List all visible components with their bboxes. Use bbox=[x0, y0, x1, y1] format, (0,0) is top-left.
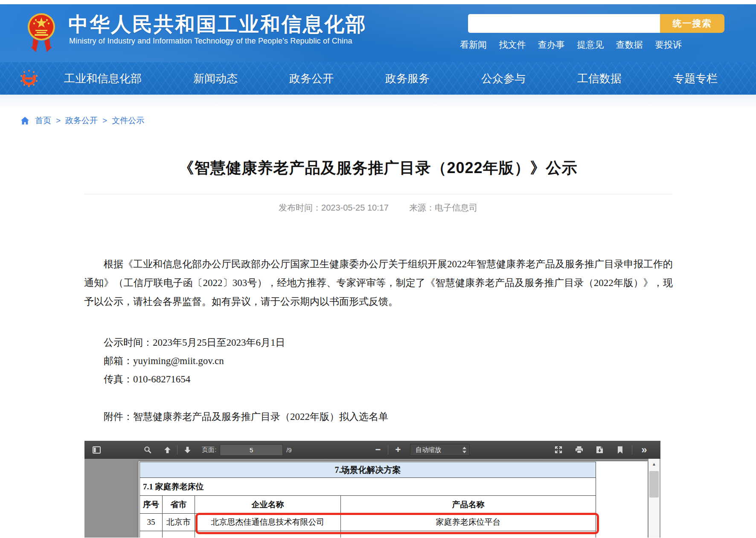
pdf-toolbar: 页面: /9 − + 自动缩放 bbox=[84, 441, 660, 459]
double-chevron-icon: » bbox=[641, 445, 647, 454]
scrollbar-thumb[interactable] bbox=[649, 471, 659, 498]
page: 中华人民共和国工业和信息化部 Ministry of Industry and … bbox=[0, 0, 756, 538]
print-button[interactable] bbox=[572, 443, 586, 456]
column-header: 序号 bbox=[140, 496, 163, 513]
search-input[interactable] bbox=[468, 14, 660, 33]
publish-time-label: 发布时间： bbox=[279, 203, 321, 212]
publish-info: 发布时间：2023-05-25 10:17来源：电子信息司 bbox=[0, 202, 756, 214]
content-top-fade bbox=[0, 95, 756, 109]
zoom-in-button[interactable]: + bbox=[391, 443, 405, 456]
notice-period-line: 公示时间：2023年5月25日至2023年6月1日 bbox=[84, 336, 285, 349]
search-icon bbox=[144, 446, 151, 454]
select-spinner-icon bbox=[462, 447, 466, 453]
bookmark-icon bbox=[617, 446, 623, 454]
pdf-scrollbar[interactable]: ▲ bbox=[648, 459, 660, 538]
nav-item-miit-data[interactable]: 工信数据 bbox=[577, 71, 622, 86]
download-button[interactable] bbox=[593, 443, 606, 456]
national-emblem-icon bbox=[26, 8, 56, 53]
cell-company: 北京思杰佳通信息技术有限公司 bbox=[195, 514, 341, 531]
breadcrumb-current: 文件公示 bbox=[112, 115, 144, 126]
publish-time: 2023-05-25 10:17 bbox=[321, 203, 389, 212]
more-tools-button[interactable]: » bbox=[637, 443, 651, 456]
plus-icon: + bbox=[395, 445, 401, 454]
sidebar-toggle-icon bbox=[93, 446, 101, 454]
column-header: 省市 bbox=[163, 496, 195, 513]
pdf-viewer: 页面: /9 − + 自动缩放 bbox=[84, 441, 660, 538]
page-content: 首页 > 政务公开 > 文件公示 《智慧健康养老产品及服务推广目录（2022年版… bbox=[0, 95, 756, 538]
breadcrumb-home[interactable]: 首页 bbox=[35, 115, 51, 126]
cell-seq: 35 bbox=[140, 514, 163, 531]
bookmark-button[interactable] bbox=[613, 443, 627, 456]
fax-line: 传真：010-68271654 bbox=[84, 373, 190, 386]
breadcrumb-separator: > bbox=[56, 116, 61, 125]
table-header-row: 序号 省市 企业名称 产品名称 bbox=[140, 496, 596, 514]
table-section-header: 7.场景化解决方案 bbox=[140, 462, 596, 478]
cell-province: 北京市 bbox=[163, 514, 195, 531]
toolbar-separator bbox=[388, 445, 388, 454]
fullscreen-icon bbox=[555, 446, 562, 454]
nav-item-public-participation[interactable]: 公众参与 bbox=[481, 71, 526, 86]
table-row-clipped bbox=[140, 531, 596, 538]
zoom-scale-select[interactable]: 自动缩放 bbox=[410, 444, 470, 456]
quick-link-complaints[interactable]: 要投诉 bbox=[655, 39, 682, 51]
arrow-down-icon bbox=[184, 446, 191, 454]
toolbar-separator bbox=[632, 445, 632, 454]
nav-item-news[interactable]: 新闻动态 bbox=[193, 71, 238, 86]
quick-link-data[interactable]: 查数据 bbox=[616, 39, 643, 51]
email-line: 邮箱：yuyiming@miit.gov.cn bbox=[84, 354, 224, 367]
scroll-up-button[interactable]: ▲ bbox=[648, 459, 660, 469]
unified-search-button[interactable]: 统一搜索 bbox=[660, 14, 724, 33]
site-banner: 中华人民共和国工业和信息化部 Ministry of Industry and … bbox=[0, 4, 756, 62]
nav-item-gov-services[interactable]: 政务服务 bbox=[385, 71, 430, 86]
pdf-document-area: 7.场景化解决方案 7.1 家庭养老床位 序号 省市 企业名称 产品名称 35 … bbox=[84, 459, 660, 538]
table-row: 35 北京市 北京思杰佳通信息技术有限公司 家庭养老床位平台 bbox=[140, 514, 596, 531]
source-label: 来源： bbox=[409, 203, 435, 212]
column-header: 企业名称 bbox=[195, 496, 341, 513]
breadcrumb-gov-open[interactable]: 政务公开 bbox=[65, 115, 98, 126]
toolbar-separator bbox=[177, 445, 177, 454]
printer-icon bbox=[575, 446, 583, 454]
nav-item-gov-open[interactable]: 政务公开 bbox=[289, 71, 334, 86]
quick-link-documents[interactable]: 找文件 bbox=[499, 39, 526, 51]
minus-icon: − bbox=[375, 445, 381, 454]
breadcrumb-separator: > bbox=[102, 116, 107, 125]
download-icon bbox=[596, 446, 603, 454]
quick-link-suggestions[interactable]: 提意见 bbox=[577, 39, 604, 51]
cell-product: 家庭养老床位平台 bbox=[341, 514, 596, 531]
find-button[interactable] bbox=[141, 443, 154, 456]
attachment-line: 附件：智慧健康养老产品及服务推广目录（2022年版）拟入选名单 bbox=[84, 410, 388, 423]
home-icon bbox=[20, 116, 29, 125]
site-title: 中华人民共和国工业和信息化部 bbox=[68, 11, 367, 38]
pdf-page: 7.场景化解决方案 7.1 家庭养老床位 序号 省市 企业名称 产品名称 35 … bbox=[139, 461, 648, 538]
page-label: 页面: bbox=[202, 446, 216, 454]
pdf-table: 7.场景化解决方案 7.1 家庭养老床位 序号 省市 企业名称 产品名称 35 … bbox=[140, 462, 596, 538]
column-header: 产品名称 bbox=[341, 496, 596, 513]
arrow-up-icon bbox=[164, 446, 171, 454]
breadcrumb: 首页 > 政务公开 > 文件公示 bbox=[20, 115, 144, 126]
site-title-english: Ministry of Industry and Information Tec… bbox=[69, 37, 352, 46]
presentation-mode-button[interactable] bbox=[552, 443, 565, 456]
title-divider bbox=[84, 194, 672, 194]
quick-link-services[interactable]: 查办事 bbox=[538, 39, 565, 51]
zoom-scale-value: 自动缩放 bbox=[416, 446, 441, 454]
quick-links: 看新闻 找文件 查办事 提意见 查数据 要投诉 bbox=[460, 39, 682, 51]
table-subsection-header: 7.1 家庭养老床位 bbox=[140, 478, 596, 496]
next-page-button[interactable] bbox=[180, 443, 194, 456]
search-bar: 统一搜索 bbox=[468, 14, 724, 33]
source-value: 电子信息司 bbox=[435, 203, 477, 212]
scroll-up-arrow-icon: ▲ bbox=[652, 462, 656, 466]
miit-logo-icon bbox=[20, 69, 38, 88]
nav-item-special-topics[interactable]: 专题专栏 bbox=[673, 71, 718, 86]
main-navigation: 工业和信息化部 新闻动态 政务公开 政务服务 公众参与 工信数据 专题专栏 bbox=[0, 62, 756, 95]
sidebar-toggle-button[interactable] bbox=[90, 443, 103, 456]
zoom-out-button[interactable]: − bbox=[371, 443, 385, 456]
page-total: /9 bbox=[286, 446, 292, 454]
previous-page-button[interactable] bbox=[160, 443, 174, 456]
quick-link-news[interactable]: 看新闻 bbox=[460, 39, 487, 51]
page-number-input[interactable] bbox=[220, 444, 283, 456]
nav-item-ministry[interactable]: 工业和信息化部 bbox=[64, 71, 142, 86]
article-title: 《智慧健康养老产品及服务推广目录（2022年版）》公示 bbox=[0, 158, 756, 179]
article-paragraph: 根据《工业和信息化部办公厅民政部办公厅国家卫生健康委办公厅关于组织开展2022年… bbox=[84, 255, 673, 311]
